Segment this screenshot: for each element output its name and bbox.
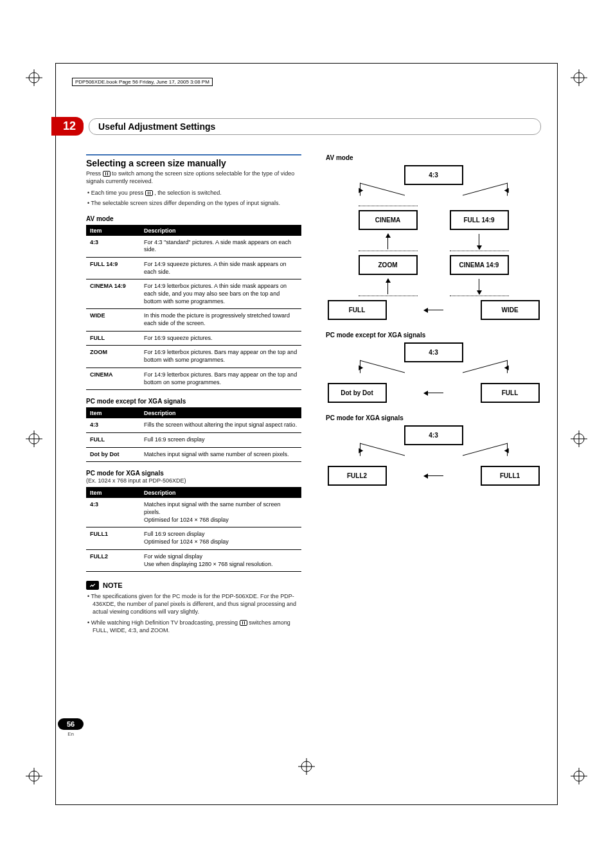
cell: 4:3: [86, 498, 140, 527]
cell: For 14:9 letterbox pictures. Bars may ap…: [140, 368, 301, 389]
screen-size-button-icon: [240, 620, 247, 626]
cell: For wide signal display Use when display…: [140, 549, 301, 571]
cell: CINEMA 14:9: [86, 279, 140, 309]
cell: FULL1: [86, 527, 140, 549]
cell: FULL 14:9: [86, 257, 140, 279]
pc-except-heading-r: PC mode except for XGA signals: [326, 332, 541, 339]
dotted-rule: [450, 296, 509, 296]
cell: 4:3: [86, 418, 140, 432]
page-lang: En: [67, 731, 74, 737]
table-row: FULLFor 16:9 squeeze pictures.: [86, 331, 301, 346]
cell: Dot by Dot: [86, 447, 140, 462]
arrow-left-icon: [424, 475, 443, 476]
screen-size-button-icon: [145, 190, 153, 196]
text: to switch among the screen size options …: [86, 170, 294, 184]
node-wide: WIDE: [481, 300, 540, 320]
pc-except-heading: PC mode except for XGA signals: [86, 398, 301, 405]
doc-header-path: PDP506XDE.book Page 56 Friday, June 17, …: [72, 78, 213, 86]
cell: FULL: [86, 432, 140, 447]
note-bullet-2: • While watching High Definition TV broa…: [86, 619, 301, 634]
registration-mark-icon: [571, 69, 587, 86]
bullet-2: • The selectable screen sizes differ dep…: [86, 199, 301, 207]
chapter-number-badge: 12: [51, 117, 84, 136]
pc-xga-heading-r: PC mode for XGA signals: [326, 414, 541, 421]
cell: FULL2: [86, 549, 140, 571]
arrow-curve-icon: [360, 449, 405, 462]
note-header: NOTE: [86, 581, 301, 590]
cell: For 14:9 squeeze pictures. A thin side m…: [140, 257, 301, 279]
pc-xga-heading: PC mode for XGA signals: [86, 470, 301, 477]
col-item: Item: [86, 225, 140, 236]
frame-line: [557, 63, 558, 805]
text: The selectable screen sizes differ depen…: [91, 200, 281, 206]
node-full2: FULL2: [328, 466, 387, 486]
cell: CINEMA: [86, 368, 140, 389]
frame-line: [55, 804, 558, 805]
av-mode-table: Item Description 4:3For 4:3 "standard" p…: [86, 225, 301, 391]
arrow-curve-icon: [360, 366, 405, 379]
cell: 4:3: [86, 236, 140, 258]
accent-rule: [86, 154, 301, 155]
table-row: FULL1Full 16:9 screen display Optimised …: [86, 527, 301, 549]
node-cinema-149: CINEMA 14:9: [450, 255, 509, 275]
page-number: 56: [58, 718, 84, 730]
left-column: Selecting a screen size manually Press t…: [86, 154, 301, 634]
registration-mark-icon: [26, 768, 42, 784]
text: Press: [86, 170, 103, 177]
table-row: FULL 14:9For 14:9 squeeze pictures. A th…: [86, 257, 301, 279]
table-row: FULL2For wide signal display Use when di…: [86, 549, 301, 571]
table-row: CINEMA 14:9For 14:9 letterbox pictures. …: [86, 279, 301, 309]
note-bullet-1: • The specifications given for the PC mo…: [86, 592, 301, 616]
av-mode-cycle-diagram: 4:3 CINEMA FULL 14:9 ZOOM CINEMA 14:9: [326, 165, 541, 320]
node-dotbydot: Dot by Dot: [328, 383, 387, 403]
node-full-149: FULL 14:9: [450, 210, 509, 230]
av-mode-heading: AV mode: [86, 215, 301, 222]
table-row: Dot by DotMatches input signal with same…: [86, 447, 301, 462]
arrow-down-icon: [479, 279, 479, 294]
page-footer: 56 En: [58, 718, 84, 737]
col-desc: Description: [140, 408, 301, 419]
screen-size-button-icon: [103, 171, 111, 177]
node-full: FULL: [481, 383, 540, 403]
arrow-down-icon: [479, 234, 479, 249]
col-desc: Description: [140, 488, 301, 499]
registration-mark-icon: [26, 69, 42, 86]
arrow-curve-icon: [463, 366, 508, 379]
pc-xga-cycle-diagram: 4:3 FULL2 FULL1: [326, 425, 541, 486]
cell: FULL: [86, 331, 140, 346]
registration-mark-icon: [571, 430, 587, 447]
table-row: 4:3For 4:3 "standard" pictures. A side m…: [86, 236, 301, 258]
bullet-1: • Each time you press , the selection is…: [86, 189, 301, 197]
table-row: FULLFull 16:9 screen display: [86, 432, 301, 447]
text: While watching High Definition TV broadc…: [91, 619, 240, 626]
table-row: CINEMAFor 14:9 letterbox pictures. Bars …: [86, 368, 301, 389]
col-item: Item: [86, 408, 140, 419]
arrow-up-icon: [387, 234, 388, 249]
node-cinema: CINEMA: [359, 210, 418, 230]
note-label: NOTE: [103, 581, 123, 589]
cell: WIDE: [86, 309, 140, 331]
node-zoom: ZOOM: [359, 255, 418, 275]
table-row: WIDEIn this mode the picture is progress…: [86, 309, 301, 331]
pc-xga-sub: (Ex. 1024 x 768 input at PDP-506XDE): [86, 477, 301, 484]
text: Each time you press: [91, 190, 145, 196]
node-full: FULL: [328, 300, 387, 320]
node-4-3: 4:3: [404, 165, 463, 185]
arrow-curve-icon: [360, 189, 405, 202]
frame-line: [55, 63, 558, 64]
arrow-curve-icon: [463, 449, 508, 462]
node-full1: FULL1: [481, 466, 540, 486]
table-row: 4:3Fills the screen without altering the…: [86, 418, 301, 432]
pc-xga-table: Item Description 4:3Matches input signal…: [86, 487, 301, 572]
text: The specifications given for the PC mode…: [91, 593, 297, 615]
node-4-3: 4:3: [404, 342, 463, 362]
cell: In this mode the picture is progressivel…: [140, 309, 301, 331]
dotted-rule: [450, 251, 509, 251]
registration-mark-icon: [26, 430, 42, 447]
frame-line: [55, 63, 56, 805]
heading-selecting-screen: Selecting a screen size manually: [86, 158, 301, 168]
node-4-3: 4:3: [404, 425, 463, 445]
text: , the selection is switched.: [154, 190, 222, 196]
arrow-left-icon: [424, 310, 443, 310]
intro-text: Press to switch among the screen size op…: [86, 170, 301, 185]
